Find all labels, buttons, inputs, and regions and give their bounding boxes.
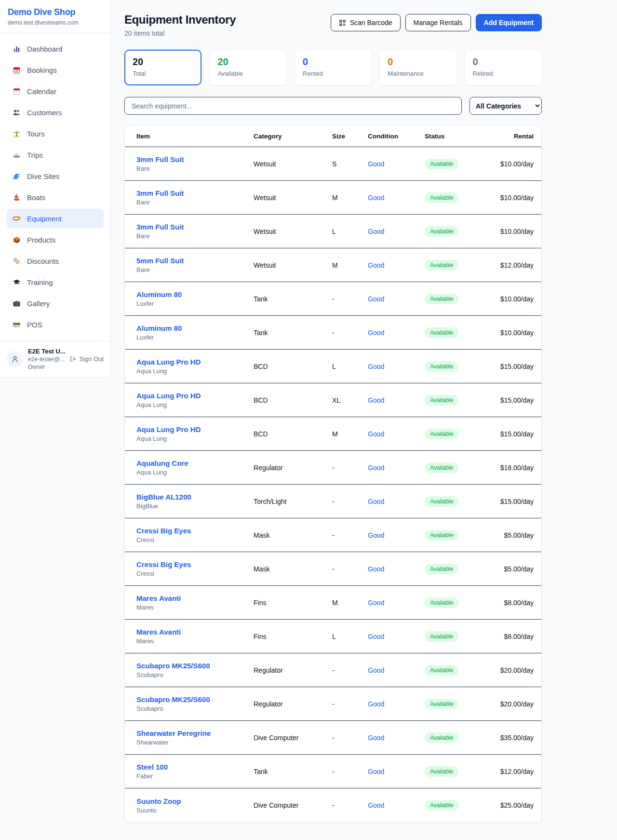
- rental-rate-cell: $15.00/day: [495, 363, 534, 370]
- search-input[interactable]: [124, 97, 462, 115]
- manage-rentals-button[interactable]: Manage Rentals: [405, 14, 471, 31]
- rental-rate-cell: $35.00/day: [495, 734, 534, 742]
- equipment-item-link[interactable]: Cressi Big Eyes: [136, 527, 191, 535]
- status-badge: Available: [425, 800, 458, 811]
- sidebar-item-pos[interactable]: POS: [7, 315, 104, 334]
- condition-link[interactable]: Good: [368, 295, 425, 303]
- equipment-item-link[interactable]: Steel 100: [136, 763, 168, 771]
- sidebar-item-dashboard[interactable]: Dashboard: [7, 39, 104, 58]
- stat-card-available[interactable]: 20 Available: [209, 50, 286, 85]
- sidebar-item-label: Dashboard: [27, 45, 62, 53]
- condition-link[interactable]: Good: [368, 464, 425, 472]
- brand-title[interactable]: Demo Dive Shop: [8, 7, 103, 17]
- stat-card-total[interactable]: 20 Total: [124, 50, 201, 85]
- condition-link[interactable]: Good: [368, 734, 425, 742]
- size-cell: L: [332, 363, 368, 370]
- equipment-item-link[interactable]: Aluminum 80: [136, 290, 182, 298]
- equipment-item-link[interactable]: Aqualung Core: [136, 459, 188, 467]
- condition-link[interactable]: Good: [368, 633, 425, 640]
- page-title: Equipment Inventory: [124, 13, 236, 27]
- category-cell: Tank: [254, 295, 332, 303]
- condition-link[interactable]: Good: [368, 261, 425, 269]
- sailboat-icon: [13, 193, 21, 202]
- table-row: Scubapro MK25/S600 Scubapro Regulator - …: [125, 687, 541, 721]
- sidebar-item-gallery[interactable]: Gallery: [7, 294, 104, 313]
- equipment-brand: Luxfer: [136, 334, 254, 341]
- scan-barcode-button[interactable]: Scan Barcode: [331, 14, 401, 31]
- sidebar-item-bookings[interactable]: Bookings: [7, 60, 104, 80]
- condition-link[interactable]: Good: [368, 430, 425, 438]
- equipment-item-link[interactable]: Shearwater Peregrine: [136, 729, 211, 737]
- condition-link[interactable]: Good: [368, 329, 425, 337]
- size-cell: -: [332, 295, 368, 303]
- condition-link[interactable]: Good: [368, 700, 425, 708]
- condition-link[interactable]: Good: [368, 565, 425, 573]
- equipment-item-link[interactable]: Mares Avanti: [136, 594, 181, 602]
- sign-out-button[interactable]: Sign Out: [69, 355, 104, 363]
- category-cell: Wetsuit: [254, 194, 332, 202]
- sidebar-item-products[interactable]: Products: [7, 230, 104, 249]
- stat-card-retired[interactable]: 0 Retired: [465, 50, 542, 85]
- sidebar-item-equipment[interactable]: Equipment: [7, 209, 104, 228]
- equipment-item-link[interactable]: 3mm Full Suit: [136, 189, 184, 197]
- equipment-item-link[interactable]: Aqua Lung Pro HD: [136, 392, 201, 400]
- category-cell: Dive Computer: [254, 734, 332, 742]
- condition-link[interactable]: Good: [368, 666, 425, 674]
- size-cell: -: [332, 666, 368, 674]
- size-cell: -: [332, 531, 368, 539]
- column-header-category: Category: [254, 133, 332, 140]
- condition-link[interactable]: Good: [368, 396, 425, 404]
- size-cell: M: [332, 261, 368, 269]
- sidebar-item-tours[interactable]: Tours: [7, 124, 104, 143]
- condition-link[interactable]: Good: [368, 498, 425, 505]
- sidebar-item-dive-sites[interactable]: Dive Sites: [7, 166, 104, 186]
- equipment-item-link[interactable]: Aluminum 80: [136, 324, 182, 332]
- sidebar-item-customers[interactable]: Customers: [7, 103, 104, 122]
- condition-link[interactable]: Good: [368, 599, 425, 607]
- sidebar-item-label: Trips: [27, 151, 43, 159]
- condition-link[interactable]: Good: [368, 194, 425, 202]
- sidebar-item-boats[interactable]: Boats: [7, 188, 104, 207]
- sidebar-item-discounts[interactable]: Discounts: [7, 251, 104, 271]
- equipment-item-link[interactable]: Mares Avanti: [136, 628, 181, 636]
- user-name: E2E Test U...: [28, 348, 69, 355]
- category-cell: Dive Computer: [254, 801, 332, 809]
- condition-link[interactable]: Good: [368, 531, 425, 539]
- equipment-item-link[interactable]: 3mm Full Suit: [136, 155, 184, 163]
- equipment-table: Item Category Size Condition Status Rent…: [124, 125, 542, 823]
- equipment-item-link[interactable]: Cressi Big Eyes: [136, 560, 191, 569]
- table-row: 5mm Full Suit Bare Wetsuit M Good Availa…: [125, 248, 541, 282]
- sidebar-item-calendar[interactable]: Calendar: [7, 81, 104, 101]
- sidebar-item-trips[interactable]: Trips: [7, 145, 104, 164]
- column-header-item: Item: [136, 133, 254, 140]
- rental-rate-cell: $15.00/day: [495, 430, 534, 438]
- graduation-cap-icon: [13, 278, 21, 286]
- equipment-item-link[interactable]: BigBlue AL1200: [136, 493, 191, 501]
- add-equipment-button[interactable]: Add Equipment: [476, 14, 542, 31]
- condition-link[interactable]: Good: [368, 228, 425, 235]
- table-row: 3mm Full Suit Bare Wetsuit L Good Availa…: [125, 215, 541, 248]
- condition-link[interactable]: Good: [368, 801, 425, 809]
- condition-link[interactable]: Good: [368, 160, 425, 168]
- sidebar-item-label: Discounts: [27, 257, 59, 265]
- condition-link[interactable]: Good: [368, 768, 425, 775]
- equipment-item-link[interactable]: Aqua Lung Pro HD: [136, 425, 201, 434]
- category-select[interactable]: All Categories: [469, 97, 542, 115]
- equipment-item-link[interactable]: 5mm Full Suit: [136, 257, 184, 265]
- category-cell: Wetsuit: [254, 228, 332, 235]
- motorboat-icon: [13, 151, 21, 159]
- equipment-item-link[interactable]: Aqua Lung Pro HD: [136, 358, 201, 366]
- equipment-item-link[interactable]: Suunto Zoop: [136, 797, 181, 805]
- size-cell: M: [332, 430, 368, 438]
- size-cell: XL: [332, 396, 368, 404]
- equipment-item-link[interactable]: 3mm Full Suit: [136, 223, 184, 231]
- sidebar-item-training[interactable]: Training: [7, 272, 104, 292]
- equipment-item-link[interactable]: Scubapro MK25/S600: [136, 695, 210, 704]
- condition-link[interactable]: Good: [368, 363, 425, 370]
- stat-card-rented[interactable]: 0 Rented: [295, 50, 372, 85]
- rental-rate-cell: $12.00/day: [495, 261, 534, 269]
- category-cell: BCD: [254, 396, 332, 404]
- stat-card-maintenance[interactable]: 0 Maintenance: [379, 50, 456, 85]
- equipment-item-link[interactable]: Scubapro MK25/S600: [136, 662, 210, 670]
- stat-value: 20: [133, 56, 193, 68]
